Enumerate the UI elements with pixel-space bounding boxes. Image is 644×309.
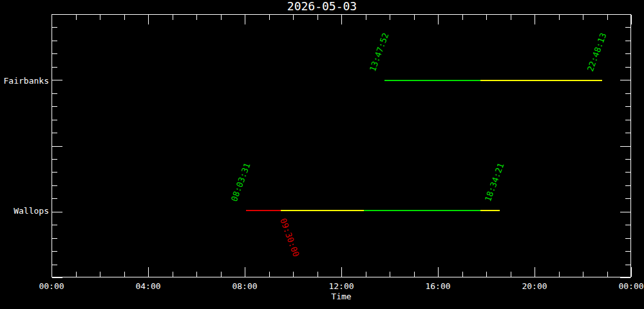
x-axis-tick: [148, 267, 149, 277]
x-tick-label: 00:00: [39, 281, 64, 291]
pass-schedule-chart: 2026-05-03 Time 00:0004:0008:0012:0016:0…: [0, 0, 644, 309]
pass-segment: [480, 210, 500, 211]
x-axis-tick: [269, 15, 270, 20]
y-axis-tick: [52, 120, 57, 120]
y-axis-tick: [52, 93, 57, 94]
y-axis-tick: [620, 80, 630, 80]
y-axis-tick: [625, 225, 630, 225]
x-axis-tick: [583, 15, 583, 20]
x-axis-tick: [607, 272, 608, 277]
x-axis-tick: [100, 272, 100, 277]
x-tick-label: 04:00: [135, 281, 160, 291]
y-axis-tick: [52, 133, 57, 133]
x-axis-tick: [414, 272, 415, 277]
y-axis-tick: [625, 41, 630, 41]
pass-segment: [364, 210, 480, 211]
x-axis-tick: [173, 272, 173, 277]
x-axis-tick: [293, 272, 294, 277]
x-axis-tick: [438, 15, 439, 24]
x-axis-tick: [462, 272, 463, 277]
x-axis-tick: [124, 272, 125, 277]
y-axis-tick: [52, 277, 62, 278]
x-axis-tick: [317, 15, 318, 20]
pass-segment: [480, 80, 602, 81]
x-axis-tick: [366, 15, 366, 20]
x-axis-tick: [631, 267, 632, 277]
pass-segment: [246, 210, 281, 211]
y-axis-tick: [52, 185, 57, 186]
x-axis-tick: [583, 272, 583, 277]
x-axis-tick: [366, 272, 366, 277]
x-axis-tick: [269, 272, 270, 277]
y-axis-tick: [625, 198, 630, 199]
y-axis-tick: [625, 27, 630, 28]
y-axis-tick: [625, 93, 630, 94]
x-axis-tick: [221, 272, 222, 277]
station-label: Fairbanks: [4, 76, 49, 86]
x-axis-tick: [631, 15, 632, 24]
y-axis-tick: [625, 106, 630, 107]
y-axis-tick: [625, 265, 630, 265]
y-axis-tick: [52, 225, 57, 225]
y-axis-tick: [52, 41, 57, 41]
x-axis-tick: [341, 15, 342, 24]
y-axis-tick: [625, 133, 630, 133]
y-axis-tick: [625, 251, 630, 252]
y-axis-tick: [52, 106, 57, 107]
y-axis-tick: [52, 67, 57, 68]
x-tick-label: 12:00: [328, 281, 354, 291]
x-axis-tick: [196, 272, 197, 277]
x-axis-tick: [221, 15, 222, 20]
x-tick-label: 08:00: [232, 281, 257, 291]
x-axis-tick: [245, 15, 245, 24]
x-axis-title: Time: [331, 292, 351, 301]
x-axis-tick: [317, 272, 318, 277]
y-axis-tick: [625, 185, 630, 186]
y-axis-tick: [620, 14, 630, 15]
y-axis-tick: [52, 212, 62, 212]
x-axis-tick: [486, 272, 487, 277]
y-axis-tick: [52, 146, 62, 147]
x-axis-tick: [52, 15, 52, 24]
x-axis-tick: [293, 15, 294, 20]
y-axis-tick: [52, 172, 57, 173]
y-axis-tick: [620, 277, 630, 278]
y-axis-tick: [625, 53, 630, 54]
y-axis-tick: [620, 146, 630, 147]
x-axis-tick: [607, 15, 608, 20]
y-axis-tick: [52, 14, 62, 15]
x-axis-tick: [511, 272, 511, 277]
x-axis-tick: [414, 15, 415, 20]
x-axis-tick: [511, 15, 511, 20]
y-axis-tick: [625, 67, 630, 68]
chart-title: 2026-05-03: [0, 0, 644, 13]
station-label: Wallops: [14, 206, 49, 216]
y-axis-tick: [52, 159, 57, 160]
y-axis-tick: [625, 172, 630, 173]
plot-area: [52, 14, 631, 277]
x-axis-tick: [559, 272, 560, 277]
x-axis-tick: [173, 15, 173, 20]
y-axis-tick: [52, 238, 57, 239]
x-axis-tick: [438, 267, 439, 277]
x-axis-tick: [245, 267, 245, 277]
y-axis-tick: [625, 238, 630, 239]
x-axis-tick: [390, 15, 390, 20]
y-axis-tick: [625, 120, 630, 120]
x-axis-tick: [486, 15, 487, 20]
x-axis-tick: [341, 267, 342, 277]
x-axis-tick: [462, 15, 463, 20]
x-axis-tick: [535, 267, 535, 277]
y-axis-tick: [52, 53, 57, 54]
x-axis-tick: [196, 15, 197, 20]
x-tick-label: 20:00: [522, 281, 547, 291]
pass-segment: [281, 210, 364, 211]
x-axis-tick: [148, 15, 149, 24]
x-axis-tick: [100, 15, 100, 20]
x-tick-label: 16:00: [425, 281, 450, 291]
x-axis-tick: [535, 15, 535, 24]
x-axis-tick: [390, 272, 390, 277]
y-axis-tick: [52, 265, 57, 265]
y-axis-tick: [52, 80, 62, 80]
y-axis-tick: [52, 198, 57, 199]
